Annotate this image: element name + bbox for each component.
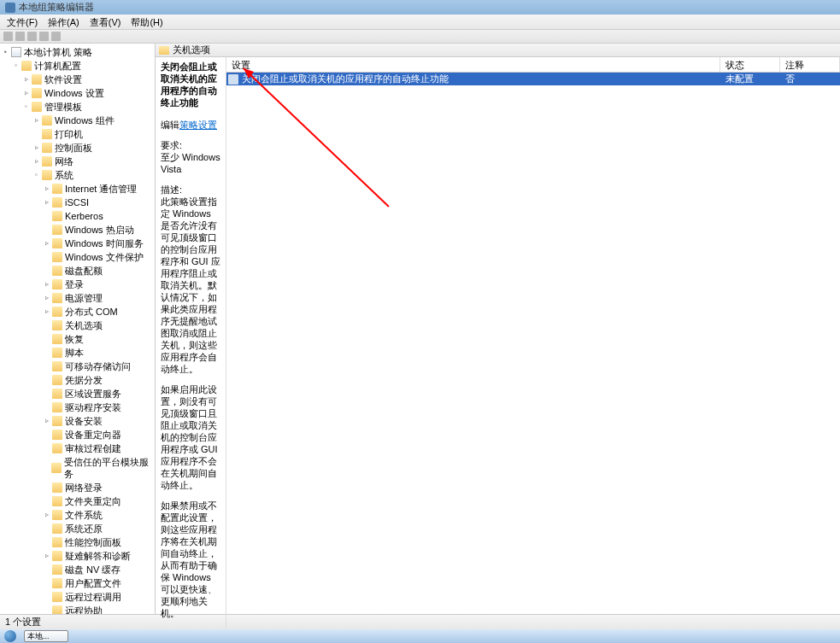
- settings-list-panel: 设置 状态 注释 关闭会阻止或取消关机的应用程序的自动终止功能 未配置 否: [226, 57, 840, 631]
- tree-remote-proc[interactable]: 远程过程调用: [0, 590, 155, 604]
- edit-prefix: 编辑: [161, 120, 179, 130]
- settings-header: 设置 状态 注释: [226, 57, 840, 73]
- content-header-title: 关机选项: [173, 44, 210, 56]
- tree-admin-templates[interactable]: ▫管理模板: [0, 100, 155, 114]
- taskbar-app[interactable]: 本地...: [24, 630, 68, 642]
- statusbar-text: 1 个设置: [5, 616, 41, 628]
- tree-root[interactable]: ▪本地计算机 策略: [0, 45, 155, 59]
- row-setting-text: 关闭会阻止或取消关机的应用程序的自动终止功能: [240, 73, 720, 85]
- tree-removable-storage[interactable]: 可移动存储访问: [0, 359, 155, 373]
- tree-windows-file-protect[interactable]: Windows 文件保护: [0, 250, 155, 264]
- edit-policy-link[interactable]: 策略设置: [179, 120, 217, 130]
- tree-power-mgmt[interactable]: ▹电源管理: [0, 291, 155, 305]
- window-title: 本地组策略编辑器: [19, 1, 94, 14]
- menu-view[interactable]: 查看(V): [85, 15, 126, 29]
- tree-file-system[interactable]: ▹文件系统: [0, 508, 155, 522]
- toolbar-up-icon[interactable]: [27, 32, 37, 41]
- tree-software[interactable]: ▹软件设置: [0, 73, 155, 86]
- tree-disk-quota[interactable]: 磁盘配额: [0, 264, 155, 278]
- tree-windows-components[interactable]: ▹Windows 组件: [0, 114, 155, 127]
- tree-computer-config[interactable]: ▫计算机配置: [0, 59, 155, 73]
- tree-panel[interactable]: ▪本地计算机 策略 ▫计算机配置 ▹软件设置 ▹Windows 设置 ▫管理模板…: [0, 44, 156, 614]
- tree-network[interactable]: ▹网络: [0, 155, 155, 168]
- policy-item-icon: [228, 74, 238, 85]
- row-status-text: 未配置: [720, 73, 780, 85]
- menu-action[interactable]: 操作(A): [43, 15, 85, 29]
- settings-row-selected[interactable]: 关闭会阻止或取消关机的应用程序的自动终止功能 未配置 否: [226, 73, 840, 85]
- toolbar-forward-icon[interactable]: [15, 32, 25, 41]
- content-panel: 关机选项 关闭会阻止或取消关机的应用程序的自动终止功能 编辑策略设置 要求: 至…: [156, 44, 840, 614]
- tree-system-restore[interactable]: 系统还原: [0, 522, 155, 535]
- tree-kerberos[interactable]: Kerberos: [0, 209, 155, 223]
- menu-help[interactable]: 帮助(H): [126, 15, 167, 29]
- tree-printer[interactable]: 打印机: [0, 127, 155, 141]
- tree-scripts[interactable]: 脚本: [0, 346, 155, 359]
- tree-folder-redirect[interactable]: 文件夹重定向: [0, 494, 155, 508]
- tree-network-login[interactable]: 网络登录: [0, 481, 155, 494]
- tree-net-proc[interactable]: 审核过程创建: [0, 441, 155, 455]
- menu-file[interactable]: 文件(F): [2, 15, 43, 29]
- policy-title: 关闭会阻止或取消关机的应用程序的自动终止功能: [161, 61, 220, 108]
- tree-windows-settings[interactable]: ▹Windows 设置: [0, 86, 155, 100]
- tree-nv-cache[interactable]: 磁盘 NV 缓存: [0, 563, 155, 576]
- requirements-label: 要求:: [161, 139, 220, 151]
- tree-device-install[interactable]: ▹设备安装: [0, 414, 155, 428]
- tree-remote-assist[interactable]: 远程协助: [0, 604, 155, 614]
- folder-icon: [159, 46, 169, 55]
- requirements-text: 至少 Windows Vista: [161, 151, 220, 175]
- toolbar-help-icon[interactable]: [51, 32, 61, 41]
- tree-login[interactable]: ▹登录: [0, 278, 155, 291]
- col-header-status[interactable]: 状态: [720, 57, 780, 72]
- content-header: 关机选项: [156, 44, 840, 57]
- taskbar: 本地...: [0, 629, 840, 643]
- tree-driver-install[interactable]: 驱动程序安装: [0, 400, 155, 414]
- row-comment-text: 否: [780, 73, 840, 85]
- window-titlebar: 本地组策略编辑器: [0, 0, 840, 15]
- col-header-setting[interactable]: 设置: [226, 57, 720, 72]
- tree-windows-hot[interactable]: Windows 热启动: [0, 223, 155, 237]
- description-p1: 此策略设置指定 Windows 是否允许没有可见顶级窗口的控制台应用程序和 GU…: [161, 196, 220, 375]
- toolbar: [0, 30, 840, 44]
- col-header-comment[interactable]: 注释: [780, 57, 840, 72]
- tree-system[interactable]: ▫系统: [0, 168, 155, 182]
- description-p2: 如果启用此设置，则没有可见顶级窗口且阻止或取消关机的控制台应用程序或 GUI 应…: [161, 383, 220, 491]
- toolbar-back-icon[interactable]: [3, 32, 13, 41]
- description-p3: 如果禁用或不配置此设置，则这些应用程序将在关机期间自动终止，从而有助于确保 Wi…: [161, 500, 220, 619]
- tree-trusted-platform[interactable]: 受信任的平台模块服务: [0, 455, 155, 481]
- tree-shutdown-options[interactable]: 关机选项: [0, 319, 155, 332]
- windows-orb-icon: [4, 630, 16, 642]
- tree-user-profiles[interactable]: 用户配置文件: [0, 576, 155, 590]
- start-button[interactable]: [0, 629, 21, 643]
- description-label: 描述:: [161, 184, 220, 196]
- tree-windows-time[interactable]: ▹Windows 时间服务: [0, 237, 155, 250]
- tree-performance[interactable]: 性能控制面板: [0, 535, 155, 549]
- tree-control-panel[interactable]: ▹控制面板: [0, 141, 155, 155]
- tree-credentials[interactable]: 凭据分发: [0, 373, 155, 387]
- tree-troubleshoot[interactable]: ▹疑难解答和诊断: [0, 549, 155, 563]
- menubar: 文件(F) 操作(A) 查看(V) 帮助(H): [0, 15, 840, 30]
- tree-internet-mgmt[interactable]: ▹Internet 通信管理: [0, 182, 155, 196]
- tree-recovery[interactable]: 恢复: [0, 332, 155, 346]
- app-icon: [5, 3, 15, 13]
- description-panel: 关闭会阻止或取消关机的应用程序的自动终止功能 编辑策略设置 要求: 至少 Win…: [156, 57, 226, 631]
- tree-regional[interactable]: 区域设置服务: [0, 387, 155, 400]
- tree-dcom[interactable]: ▹分布式 COM: [0, 305, 155, 319]
- tree-device-redirect[interactable]: 设备重定向器: [0, 428, 155, 441]
- tree-iscsi[interactable]: ▹iSCSI: [0, 196, 155, 209]
- toolbar-refresh-icon[interactable]: [39, 32, 49, 41]
